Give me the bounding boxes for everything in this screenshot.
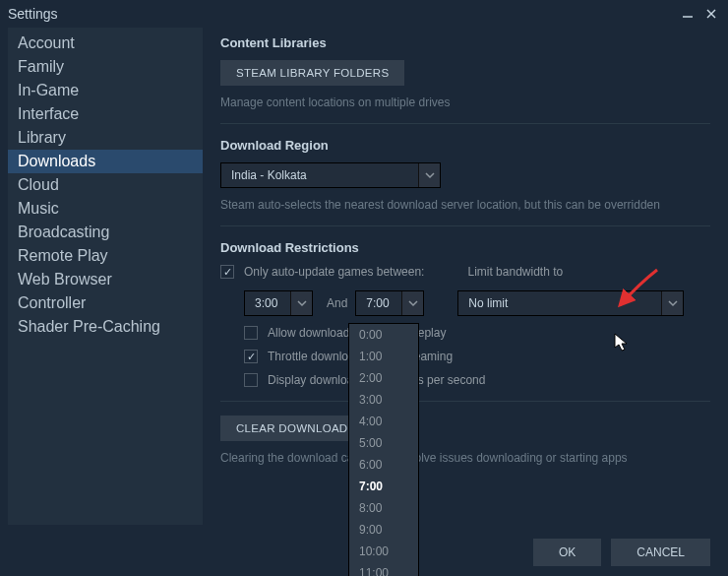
auto-update-label: Only auto-update games between: [244, 265, 424, 279]
dropdown-option[interactable]: 9:00 [349, 519, 418, 541]
cancel-button[interactable]: CANCEL [611, 539, 710, 566]
download-restrictions-title: Download Restrictions [220, 240, 710, 255]
close-button[interactable] [702, 5, 720, 23]
dropdown-option[interactable]: 7:00 [349, 476, 418, 497]
content-panel: Content Libraries STEAM LIBRARY FOLDERS … [203, 28, 728, 525]
chevron-down-icon [290, 291, 312, 315]
sidebar-item-in-game[interactable]: In-Game [8, 79, 203, 102]
chevron-down-icon [418, 163, 440, 187]
dropdown-option[interactable]: 11:00 [349, 562, 418, 576]
dropdown-option[interactable]: 5:00 [349, 432, 418, 454]
dropdown-option[interactable]: 8:00 [349, 497, 418, 519]
time-to-value: 7:00 [356, 296, 401, 310]
dropdown-option[interactable]: 0:00 [349, 324, 418, 346]
ok-button[interactable]: OK [533, 539, 601, 566]
time-to-dropdown-list[interactable]: 0:001:002:003:004:005:006:007:008:009:00… [348, 323, 419, 576]
window-title: Settings [8, 6, 58, 22]
sidebar-item-downloads[interactable]: Downloads [8, 150, 203, 173]
sidebar-item-music[interactable]: Music [8, 197, 203, 221]
sidebar-item-broadcasting[interactable]: Broadcasting [8, 221, 203, 244]
dropdown-option[interactable]: 10:00 [349, 541, 418, 562]
dropdown-option[interactable]: 6:00 [349, 454, 418, 476]
sidebar-item-remote-play[interactable]: Remote Play [8, 244, 203, 268]
allow-downloads-checkbox[interactable] [244, 326, 258, 340]
content-libraries-hint: Manage content locations on multiple dri… [220, 96, 710, 109]
bandwidth-limit-value: No limit [458, 296, 661, 310]
dropdown-option[interactable]: 1:00 [349, 346, 418, 367]
time-from-dropdown[interactable]: 3:00 [244, 290, 313, 316]
steam-library-folders-button[interactable]: STEAM LIBRARY FOLDERS [220, 60, 404, 86]
limit-bandwidth-label: Limit bandwidth to [467, 265, 563, 279]
download-region-value: India - Kolkata [221, 168, 418, 182]
display-rates-checkbox[interactable] [244, 373, 258, 387]
sidebar-item-cloud[interactable]: Cloud [8, 173, 203, 197]
clear-cache-hint: Clearing the download cache can resolve … [220, 451, 710, 465]
sidebar-item-shader-pre-caching[interactable]: Shader Pre-Caching [8, 315, 203, 339]
minimize-button[interactable] [679, 5, 697, 23]
sidebar-item-web-browser[interactable]: Web Browser [8, 268, 203, 291]
sidebar-item-controller[interactable]: Controller [8, 291, 203, 315]
titlebar: Settings [0, 0, 728, 28]
content-libraries-title: Content Libraries [220, 35, 710, 50]
download-region-hint: Steam auto-selects the nearest download … [220, 198, 710, 212]
chevron-down-icon [401, 291, 423, 315]
download-region-dropdown[interactable]: India - Kolkata [220, 162, 441, 188]
sidebar-item-family[interactable]: Family [8, 55, 203, 79]
dropdown-option[interactable]: 3:00 [349, 389, 418, 411]
bandwidth-limit-dropdown[interactable]: No limit [457, 290, 684, 316]
auto-update-checkbox[interactable] [220, 265, 234, 279]
sidebar-item-interface[interactable]: Interface [8, 102, 203, 126]
dropdown-option[interactable]: 2:00 [349, 367, 418, 389]
sidebar-item-library[interactable]: Library [8, 126, 203, 150]
dropdown-option[interactable]: 4:00 [349, 411, 418, 432]
download-region-title: Download Region [220, 138, 710, 153]
footer: OK CANCEL [533, 539, 710, 566]
sidebar: AccountFamilyIn-GameInterfaceLibraryDown… [8, 28, 203, 525]
and-label: And [327, 296, 347, 310]
throttle-downloads-checkbox[interactable] [244, 350, 258, 363]
time-from-value: 3:00 [245, 296, 290, 310]
time-to-dropdown[interactable]: 7:00 [355, 290, 424, 316]
sidebar-item-account[interactable]: Account [8, 32, 203, 55]
chevron-down-icon [661, 291, 683, 315]
